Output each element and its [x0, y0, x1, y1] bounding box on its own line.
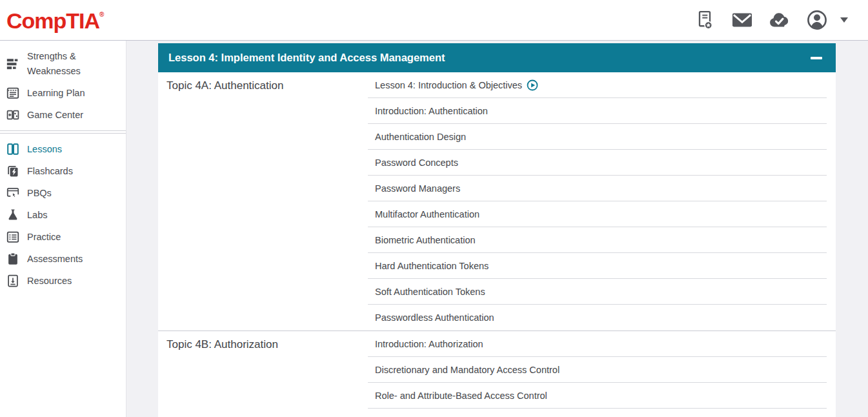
sidebar-item-label: Practice [27, 230, 61, 245]
sidebar-item-label: Assessments [27, 252, 83, 267]
lesson-item-row[interactable]: Introduction: Authentication [368, 98, 827, 124]
lesson-item-row[interactable]: Passwordless Authentication [368, 305, 827, 331]
sidebar-item-game-center[interactable]: Game Center [0, 104, 126, 126]
assessments-icon [5, 251, 21, 267]
sidebar-item-flashcards[interactable]: Flashcards [0, 160, 126, 182]
topic-section: Topic 4A: AuthenticationLesson 4: Introd… [158, 72, 836, 331]
topic-item-list: Lesson 4: Introduction & Objectives Intr… [368, 72, 836, 331]
topic-title: Topic 4A: Authentication [158, 72, 368, 331]
lesson-item-label: Introduction: Authorization [368, 339, 483, 349]
strengths-weaknesses-icon [5, 56, 21, 72]
sidebar: Strengths & Weaknesses Learning Plan [0, 41, 126, 417]
lesson-item-label: Password Concepts [368, 158, 458, 168]
lesson-item-label: Soft Authentication Tokens [368, 287, 485, 297]
lesson-item-row[interactable]: Introduction: Authorization [368, 331, 827, 357]
sidebar-item-label: Strengths & Weaknesses [27, 49, 122, 79]
sidebar-divider [0, 130, 126, 134]
sidebar-item-label: Game Center [27, 108, 83, 123]
app-window: CompTIA® [0, 0, 868, 417]
lesson-item-label: Authentication Design [368, 132, 466, 142]
sidebar-item-label: Labs [27, 208, 47, 223]
lesson-panel: Lesson 4: Implement Identity and Access … [158, 43, 836, 417]
lesson-item-label: Lesson 4: Introduction & Objectives [368, 80, 522, 90]
lesson-title: Lesson 4: Implement Identity and Access … [168, 52, 445, 64]
top-header: CompTIA® [0, 0, 868, 41]
mail-icon[interactable] [731, 9, 753, 31]
score-report-icon[interactable] [694, 9, 716, 31]
sidebar-item-labs[interactable]: Labs [0, 204, 126, 226]
lesson-item-label: Hard Authentication Tokens [368, 261, 489, 271]
labs-icon [5, 207, 21, 223]
sidebar-item-label: Learning Plan [27, 86, 85, 101]
lesson-item-label: Passwordless Authentication [368, 312, 494, 323]
lesson-item-row[interactable]: Biometric Authentication [368, 227, 827, 253]
lesson-item-label: Password Managers [368, 183, 460, 194]
game-center-icon [5, 107, 21, 123]
sidebar-item-assessments[interactable]: Assessments [0, 248, 126, 270]
lesson-accordion-header[interactable]: Lesson 4: Implement Identity and Access … [158, 43, 836, 72]
sidebar-item-learning-plan[interactable]: Learning Plan [0, 82, 126, 104]
play-icon[interactable] [527, 79, 538, 91]
lesson-item-label: Introduction: Authentication [368, 106, 488, 116]
resources-icon [5, 273, 21, 289]
lesson-item-row[interactable]: Rule-Based Access Control [368, 409, 827, 417]
minus-icon [811, 57, 822, 59]
collapse-button[interactable] [810, 52, 823, 65]
lesson-item-row[interactable]: Password Managers [368, 176, 827, 201]
lesson-item-label: Biometric Authentication [368, 235, 476, 245]
lesson-item-label: Discretionary and Mandatory Access Contr… [368, 365, 560, 375]
comptia-logo[interactable]: CompTIA® [6, 8, 104, 32]
lesson-item-row[interactable]: Discretionary and Mandatory Access Contr… [368, 357, 827, 383]
topic-title: Topic 4B: Authorization [158, 331, 368, 417]
lesson-item-row[interactable]: Role- and Attribute-Based Access Control [368, 383, 827, 409]
lesson-item-label: Role- and Attribute-Based Access Control [368, 391, 547, 401]
sidebar-item-resources[interactable]: Resources [0, 270, 126, 292]
lesson-item-label: Multifactor Authentication [368, 209, 479, 219]
sidebar-item-label: Lessons [27, 142, 62, 157]
sidebar-item-pbqs[interactable]: PBQs [0, 182, 126, 204]
lesson-item-row[interactable]: Multifactor Authentication [368, 201, 827, 227]
lesson-item-row[interactable]: Authentication Design [368, 124, 827, 150]
topbar-icons [694, 9, 850, 31]
registered-mark: ® [99, 11, 104, 18]
topic-section: Topic 4B: AuthorizationIntroduction: Aut… [158, 331, 836, 417]
sidebar-item-practice[interactable]: Practice [0, 226, 126, 248]
sidebar-item-label: Flashcards [27, 164, 73, 179]
sidebar-item-strengths-weaknesses[interactable]: Strengths & Weaknesses [0, 46, 126, 82]
lesson-item-row[interactable]: Lesson 4: Introduction & Objectives [368, 72, 827, 98]
practice-icon [5, 229, 21, 245]
learning-plan-icon [5, 85, 21, 101]
topic-item-list: Introduction: AuthorizationDiscretionary… [368, 331, 836, 417]
account-icon[interactable] [806, 9, 828, 31]
lesson-item-row[interactable]: Password Concepts [368, 150, 827, 176]
sidebar-item-label: Resources [27, 274, 72, 289]
lesson-item-row[interactable]: Hard Authentication Tokens [368, 253, 827, 279]
caret-down-icon[interactable] [838, 9, 850, 31]
page-body: Strengths & Weaknesses Learning Plan [0, 41, 868, 417]
flashcards-icon [5, 163, 21, 179]
lesson-item-row[interactable]: Soft Authentication Tokens [368, 279, 827, 305]
cloud-sync-icon[interactable] [769, 9, 791, 31]
logo-text: CompTIA [6, 8, 99, 33]
pbqs-icon [5, 185, 21, 201]
sidebar-item-lessons[interactable]: Lessons [0, 138, 126, 160]
topics: Topic 4A: AuthenticationLesson 4: Introd… [158, 72, 836, 417]
lessons-icon [5, 141, 21, 157]
sidebar-item-label: PBQs [27, 186, 52, 201]
